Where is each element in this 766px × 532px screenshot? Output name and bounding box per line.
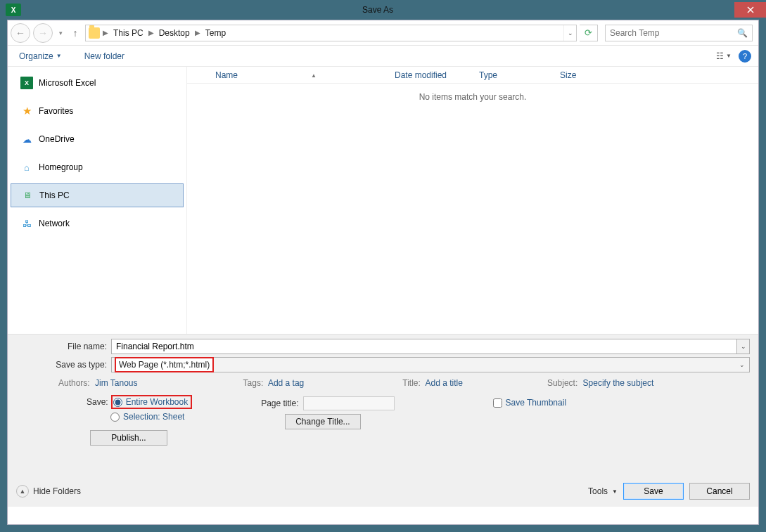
tools-menu[interactable]: Tools ▼ bbox=[588, 486, 618, 496]
window-title: Save As bbox=[21, 5, 734, 15]
save-type-label: Save as type: bbox=[16, 360, 111, 370]
sidebar-item-label: Microsoft Excel bbox=[39, 78, 96, 88]
chevron-down-icon: ▼ bbox=[726, 53, 732, 59]
excel-app-icon: X bbox=[6, 4, 21, 16]
star-icon: ★ bbox=[20, 105, 33, 117]
authors-label: Authors: bbox=[58, 378, 90, 388]
cancel-button[interactable]: Cancel bbox=[689, 483, 750, 500]
up-button[interactable]: ↑ bbox=[68, 27, 82, 39]
sidebar-item-network[interactable]: 🖧 Network bbox=[8, 212, 186, 235]
sidebar-item-favorites[interactable]: ★ Favorites bbox=[8, 99, 186, 123]
path-segment[interactable]: Desktop bbox=[157, 28, 192, 38]
refresh-button[interactable]: ⟳ bbox=[580, 25, 598, 41]
sidebar-item-label: This PC bbox=[39, 190, 70, 200]
path-segment[interactable]: This PC bbox=[111, 28, 146, 38]
chevron-down-icon: ▼ bbox=[56, 53, 62, 59]
sidebar-item-this-pc[interactable]: 🖥 This PC bbox=[11, 183, 184, 207]
sidebar-item-label: Network bbox=[39, 219, 70, 228]
title-value[interactable]: Add a title bbox=[426, 378, 463, 388]
sidebar-item-label: OneDrive bbox=[39, 134, 75, 144]
file-name-input[interactable] bbox=[111, 339, 737, 354]
toolbar: Organize ▼ New folder ☷ ▼ ? bbox=[8, 46, 758, 67]
nav-row: ← → ▾ ↑ ▶ This PC ▶ Desktop ▶ Temp ⌄ ⟳ 🔍 bbox=[8, 20, 758, 46]
publish-button[interactable]: Publish... bbox=[90, 430, 167, 446]
save-thumbnail-checkbox[interactable]: Save Thumbnail bbox=[493, 398, 567, 408]
hide-folders-button[interactable]: ▲ Hide Folders bbox=[16, 485, 81, 498]
titlebar: X Save As bbox=[0, 0, 766, 20]
save-type-combo[interactable]: Web Page (*.htm;*.html) ⌄ bbox=[111, 357, 750, 372]
column-date[interactable]: Date modified bbox=[395, 70, 479, 80]
close-icon bbox=[747, 6, 754, 13]
column-name[interactable]: Name ▲ bbox=[215, 70, 395, 80]
change-title-button[interactable]: Change Title... bbox=[285, 414, 360, 429]
file-pane: Name ▲ Date modified Type Size No items … bbox=[187, 67, 758, 334]
metadata-row: Authors: Jim Tanous Tags: Add a tag Titl… bbox=[58, 378, 750, 388]
network-icon: 🖧 bbox=[20, 217, 33, 230]
chevron-right-icon: ▶ bbox=[193, 29, 202, 37]
chevron-right-icon: ▶ bbox=[101, 29, 110, 37]
organize-label: Organize bbox=[19, 51, 53, 61]
page-title-label: Page title: bbox=[261, 398, 298, 408]
save-type-value: Web Page (*.htm;*.html) bbox=[116, 358, 212, 371]
column-size[interactable]: Size bbox=[560, 70, 616, 80]
cloud-icon: ☁ bbox=[20, 133, 33, 145]
view-icon: ☷ bbox=[716, 51, 724, 61]
file-name-label: File name: bbox=[16, 342, 111, 351]
sidebar-item-homegroup[interactable]: ⌂ Homegroup bbox=[8, 155, 186, 179]
pc-icon: 🖥 bbox=[21, 189, 34, 202]
homegroup-icon: ⌂ bbox=[20, 161, 33, 174]
subject-label: Subject: bbox=[547, 378, 577, 388]
save-option-label: Save: bbox=[87, 397, 108, 407]
recent-locations-dropdown[interactable]: ▾ bbox=[56, 30, 65, 37]
search-input[interactable] bbox=[610, 28, 737, 38]
view-options-button[interactable]: ☷ ▼ bbox=[716, 51, 732, 61]
search-icon: 🔍 bbox=[737, 28, 748, 38]
excel-icon: X bbox=[20, 77, 33, 89]
file-name-dropdown[interactable]: ⌄ bbox=[737, 339, 750, 354]
forward-button[interactable]: → bbox=[33, 23, 53, 43]
entire-workbook-radio[interactable]: Entire Workbook bbox=[113, 396, 191, 408]
help-button[interactable]: ? bbox=[739, 50, 751, 63]
sidebar-item-excel[interactable]: X Microsoft Excel bbox=[8, 71, 186, 95]
address-dropdown[interactable]: ⌄ bbox=[563, 25, 576, 41]
chevron-up-icon: ▲ bbox=[16, 485, 29, 498]
close-button[interactable] bbox=[734, 2, 766, 18]
subject-value[interactable]: Specify the subject bbox=[583, 378, 654, 388]
selection-sheet-radio-input[interactable] bbox=[110, 413, 120, 422]
bottom-panel: File name: ⌄ Save as type: Web Page (*.h… bbox=[8, 334, 758, 507]
sidebar: X Microsoft Excel ★ Favorites ☁ OneDrive… bbox=[8, 67, 187, 334]
address-bar[interactable]: ▶ This PC ▶ Desktop ▶ Temp ⌄ bbox=[85, 25, 577, 41]
column-headers: Name ▲ Date modified Type Size bbox=[187, 67, 758, 84]
new-folder-button[interactable]: New folder bbox=[80, 48, 129, 64]
chevron-right-icon: ▶ bbox=[147, 29, 155, 37]
chevron-down-icon: ⌄ bbox=[739, 361, 745, 368]
empty-message: No items match your search. bbox=[187, 84, 758, 102]
sidebar-item-onedrive[interactable]: ☁ OneDrive bbox=[8, 127, 186, 151]
sidebar-item-label: Homegroup bbox=[39, 162, 83, 172]
save-thumbnail-input[interactable] bbox=[493, 398, 502, 408]
sidebar-item-label: Favorites bbox=[39, 106, 73, 116]
sort-indicator-icon: ▲ bbox=[311, 72, 317, 79]
selection-sheet-radio[interactable]: Selection: Sheet bbox=[110, 412, 191, 422]
title-label: Title: bbox=[402, 378, 421, 388]
path-segment[interactable]: Temp bbox=[203, 28, 228, 38]
page-title-input[interactable] bbox=[303, 396, 395, 410]
folder-icon bbox=[89, 27, 100, 39]
authors-value[interactable]: Jim Tanous bbox=[95, 378, 137, 388]
entire-workbook-radio-input[interactable] bbox=[113, 398, 122, 407]
tags-value[interactable]: Add a tag bbox=[268, 378, 304, 388]
save-button[interactable]: Save bbox=[623, 483, 684, 500]
back-button[interactable]: ← bbox=[11, 23, 30, 43]
search-box[interactable]: 🔍 bbox=[605, 25, 753, 41]
tags-label: Tags: bbox=[243, 378, 264, 388]
column-type[interactable]: Type bbox=[479, 70, 560, 80]
footer-bar: ▲ Hide Folders Tools ▼ Save Cancel bbox=[16, 483, 750, 500]
organize-menu[interactable]: Organize ▼ bbox=[15, 48, 66, 64]
chevron-down-icon: ▼ bbox=[612, 488, 618, 495]
